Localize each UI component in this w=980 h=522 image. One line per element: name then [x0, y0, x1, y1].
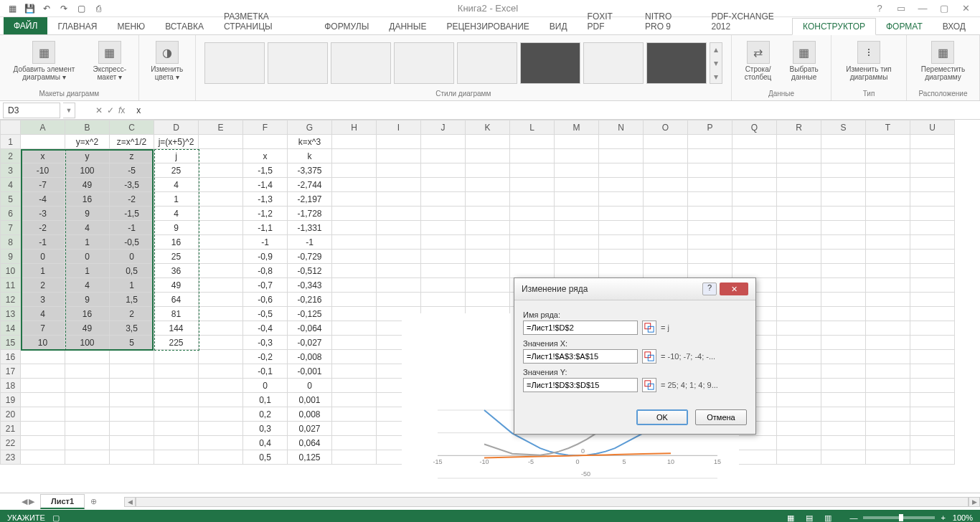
cell[interactable] [777, 250, 821, 264]
cell[interactable] [866, 350, 910, 364]
column-header[interactable]: M [555, 120, 599, 135]
row-header[interactable]: 21 [1, 422, 21, 436]
cell[interactable] [510, 192, 555, 207]
column-header[interactable]: I [377, 120, 421, 135]
cell[interactable] [777, 321, 821, 336]
cell[interactable] [555, 163, 599, 178]
help-icon[interactable]: ? [872, 3, 887, 14]
zoom-slider[interactable] [863, 516, 935, 519]
cell[interactable] [154, 350, 199, 364]
column-header[interactable]: U [910, 120, 955, 135]
cell[interactable] [466, 149, 510, 163]
column-header[interactable]: O [644, 120, 688, 135]
cell[interactable]: 0,1 [243, 393, 288, 407]
cell[interactable] [777, 135, 821, 149]
column-header[interactable]: E [199, 120, 243, 135]
cell[interactable] [377, 163, 421, 178]
cell[interactable] [377, 135, 421, 149]
cell[interactable] [21, 436, 65, 450]
cell[interactable]: y=x^2 [65, 135, 110, 149]
cell[interactable]: -3 [21, 207, 65, 221]
enter-formula-icon[interactable]: ✓ [107, 105, 114, 115]
macro-record-icon[interactable]: ▢ [52, 513, 60, 523]
cell[interactable] [777, 393, 821, 407]
cell[interactable] [332, 321, 377, 336]
cell[interactable]: j [154, 149, 199, 163]
cell[interactable] [421, 149, 466, 163]
cell[interactable]: 1 [65, 264, 110, 278]
cell[interactable] [377, 250, 421, 264]
cell[interactable] [466, 135, 510, 149]
cell[interactable] [421, 235, 466, 250]
cell[interactable] [466, 264, 510, 278]
cell[interactable]: 0 [288, 379, 332, 393]
row-header[interactable]: 22 [1, 436, 21, 450]
cell[interactable] [910, 350, 955, 364]
cell[interactable]: 16 [154, 235, 199, 250]
cell[interactable] [910, 307, 955, 321]
cell[interactable] [644, 235, 688, 250]
ref-select-icon[interactable] [642, 349, 656, 364]
cell[interactable]: 64 [154, 293, 199, 307]
cell[interactable] [199, 450, 243, 465]
cell[interactable]: -1,3 [243, 192, 288, 207]
cell[interactable] [377, 278, 421, 293]
fx-icon[interactable]: fx [118, 105, 125, 115]
cell[interactable] [421, 221, 466, 235]
cell[interactable] [332, 149, 377, 163]
row-header[interactable]: 2 [1, 149, 21, 163]
cell[interactable] [555, 221, 599, 235]
cell[interactable]: 4 [65, 221, 110, 235]
cell[interactable]: 225 [154, 336, 199, 350]
cell[interactable] [910, 149, 955, 163]
cell[interactable]: 25 [154, 163, 199, 178]
cell[interactable] [866, 250, 910, 264]
cell[interactable] [466, 178, 510, 192]
cell[interactable]: 3,5 [110, 321, 154, 336]
cell[interactable]: 1,5 [110, 293, 154, 307]
cell[interactable] [332, 250, 377, 264]
cell[interactable] [688, 192, 732, 207]
cell[interactable]: -1 [243, 235, 288, 250]
cell[interactable] [866, 293, 910, 307]
cell[interactable] [821, 178, 866, 192]
cell[interactable]: 36 [154, 264, 199, 278]
cell[interactable]: 7 [21, 321, 65, 336]
cell[interactable] [377, 178, 421, 192]
chart-style-thumb[interactable] [646, 42, 707, 84]
cell[interactable]: 9 [65, 293, 110, 307]
tab-data[interactable]: ДАННЫЕ [379, 19, 436, 34]
tab-menu[interactable]: Меню [107, 19, 155, 34]
cell[interactable] [154, 407, 199, 422]
cell[interactable] [510, 163, 555, 178]
cell[interactable] [154, 450, 199, 465]
cell[interactable] [421, 207, 466, 221]
row-header[interactable]: 16 [1, 350, 21, 364]
cell[interactable] [910, 221, 955, 235]
cell[interactable]: 9 [65, 207, 110, 221]
cell[interactable] [821, 364, 866, 379]
cell[interactable]: -0,7 [243, 278, 288, 293]
cell[interactable] [199, 235, 243, 250]
row-header[interactable]: 10 [1, 264, 21, 278]
cell[interactable]: 16 [65, 192, 110, 207]
cell[interactable] [21, 422, 65, 436]
tab-pdfxchange[interactable]: PDF-XChange 2012 [701, 9, 792, 34]
save-icon[interactable]: 💾 [23, 2, 36, 15]
cell[interactable] [821, 264, 866, 278]
cell[interactable] [332, 450, 377, 465]
cell[interactable] [777, 293, 821, 307]
cell[interactable] [777, 336, 821, 350]
cell[interactable] [199, 207, 243, 221]
cell[interactable] [510, 264, 555, 278]
cell[interactable] [65, 364, 110, 379]
row-header[interactable]: 18 [1, 379, 21, 393]
cell[interactable]: k [288, 149, 332, 163]
cell[interactable] [821, 321, 866, 336]
cell[interactable] [732, 149, 777, 163]
cell[interactable] [332, 163, 377, 178]
cell[interactable]: -0,4 [243, 321, 288, 336]
cell[interactable]: 4 [154, 207, 199, 221]
cell[interactable] [777, 207, 821, 221]
column-header[interactable]: R [777, 120, 821, 135]
